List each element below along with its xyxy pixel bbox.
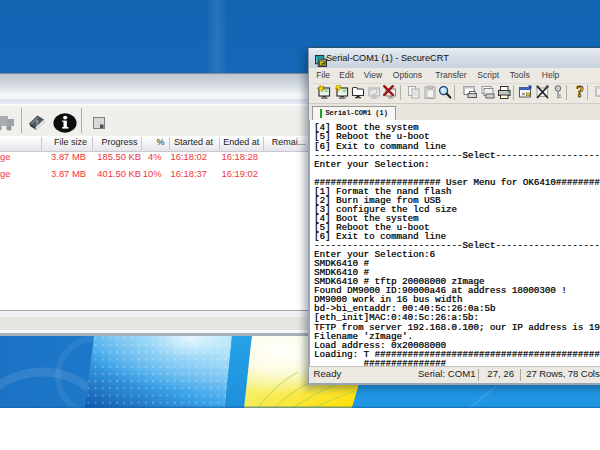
svg-text:?: ? (576, 84, 584, 100)
